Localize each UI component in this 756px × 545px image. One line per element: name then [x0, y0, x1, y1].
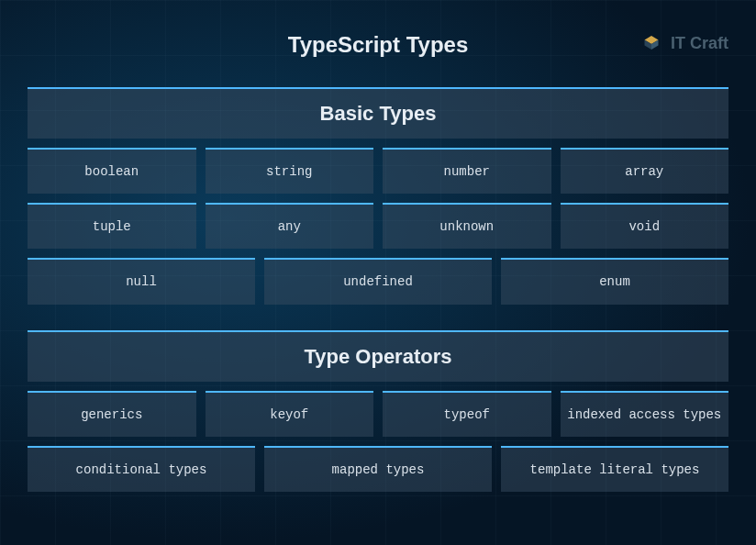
- basic-types-section: Basic Types boolean string number array …: [28, 87, 728, 305]
- type-operators-row-0: generics keyof typeof indexed access typ…: [28, 391, 728, 437]
- type-cell: unknown: [383, 203, 551, 249]
- logo-text: IT Craft: [671, 34, 728, 53]
- type-cell: indexed access types: [561, 391, 729, 437]
- type-cell: null: [28, 258, 255, 304]
- basic-types-header: Basic Types: [28, 87, 728, 139]
- type-operators-section: Type Operators generics keyof typeof ind…: [28, 330, 728, 492]
- type-cell: typeof: [383, 391, 551, 437]
- type-cell: generics: [28, 391, 196, 437]
- type-cell: any: [206, 203, 374, 249]
- type-cell: string: [206, 148, 374, 194]
- type-operators-row-1: conditional types mapped types template …: [28, 446, 728, 492]
- type-cell: conditional types: [28, 446, 255, 492]
- type-cell: keyof: [206, 391, 374, 437]
- type-cell: array: [561, 148, 729, 194]
- logo-icon: [638, 28, 665, 60]
- type-cell: void: [561, 203, 729, 249]
- basic-types-row-1: tuple any unknown void: [28, 203, 728, 249]
- type-cell: mapped types: [264, 446, 492, 492]
- type-cell: tuple: [28, 203, 196, 249]
- brand-logo: IT Craft: [638, 28, 728, 60]
- page-title: TypeScript Types: [28, 32, 728, 58]
- type-cell: undefined: [264, 258, 492, 304]
- basic-types-row-2: null undefined enum: [28, 258, 728, 304]
- type-cell: enum: [501, 258, 728, 304]
- type-operators-header: Type Operators: [28, 330, 728, 382]
- content-container: TypeScript Types Basic Types boolean str…: [0, 0, 756, 545]
- type-cell: number: [383, 148, 551, 194]
- type-cell: template literal types: [501, 446, 728, 492]
- basic-types-row-0: boolean string number array: [28, 148, 728, 194]
- type-cell: boolean: [28, 148, 196, 194]
